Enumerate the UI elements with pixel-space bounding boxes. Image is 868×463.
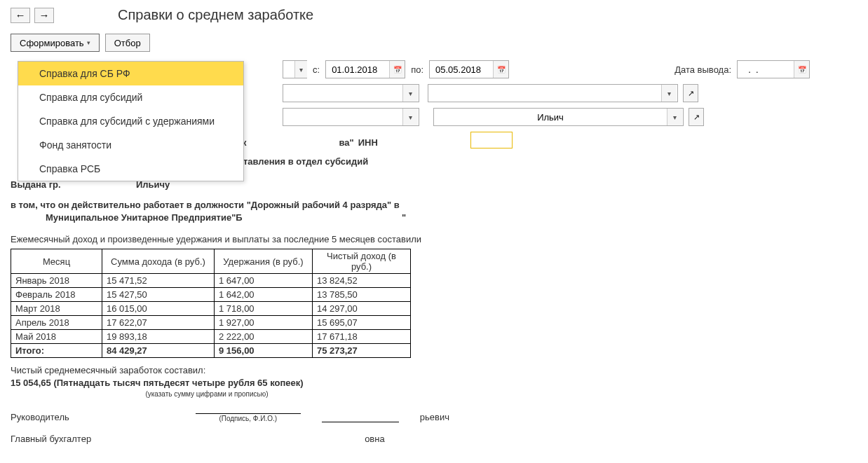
table-row: Май 201819 893,182 222,0017 671,18 <box>11 330 411 344</box>
calendar-icon[interactable]: 📅 <box>389 61 405 78</box>
chevron-down-icon[interactable]: ▾ <box>402 85 418 102</box>
menu-item-subsidy-deductions[interactable]: Справка для субсидий с удержаниями <box>18 109 243 133</box>
table-cell: 15 427,50 <box>102 288 215 302</box>
menu-item-sb-rf[interactable]: Справка для СБ РФ <box>18 62 243 85</box>
expand-icon[interactable]: ↗ <box>683 84 698 102</box>
nav-back-button[interactable]: ← <box>11 8 30 23</box>
avg-label: Чистый среднемесячный заработок составил… <box>11 365 857 375</box>
manager-label: Руководитель <box>11 412 69 422</box>
table-row: Февраль 201815 427,501 642,0013 785,50 <box>11 288 411 302</box>
total-deduct: 9 156,00 <box>215 344 313 358</box>
table-cell: 1 927,00 <box>215 316 313 330</box>
avg-value: 15 054,65 (Пятнадцать тысяч пятьдесят че… <box>11 378 857 388</box>
col-month: Месяц <box>11 249 102 274</box>
total-income: 84 429,27 <box>102 344 215 358</box>
col-net: Чистый доход (в руб.) <box>313 249 411 274</box>
accountant-label: Главный бухгалтер <box>11 434 91 444</box>
signature-line-1: (Подпись, Ф.И.О.) <box>196 413 301 422</box>
unknown-small-input[interactable] <box>283 61 294 78</box>
table-cell: Апрель 2018 <box>11 316 102 330</box>
highlighted-box[interactable] <box>470 132 513 148</box>
generate-dropdown-menu: Справка для СБ РФ Справка для субсидий С… <box>18 61 244 181</box>
table-cell: 17 622,07 <box>102 316 215 330</box>
income-table: Месяц Сумма дохода (в руб.) Удержания (в… <box>11 249 411 358</box>
calendar-icon[interactable]: 📅 <box>794 61 809 78</box>
table-total-row: Итого: 84 429,27 9 156,00 75 273,27 <box>11 344 411 358</box>
date-from-label: с: <box>313 64 320 75</box>
col-income: Сумма дохода (в руб.) <box>102 249 215 274</box>
report-preview: к ва" ИНН Справка о заработной плате для… <box>0 151 868 451</box>
chevron-down-icon[interactable]: ▾ <box>667 109 682 125</box>
table-cell: 15 471,52 <box>102 274 215 288</box>
works-as-line-2: Муниципальное Унитарное Предприятие"Б <box>46 212 243 223</box>
col-deduct: Удержания (в руб.) <box>215 249 313 274</box>
avg-hint: (указать сумму цифрами и прописью) <box>67 390 347 398</box>
table-cell: 2 222,00 <box>215 330 313 344</box>
date-from-input[interactable] <box>326 61 389 78</box>
table-row: Март 201816 015,001 718,0014 297,00 <box>11 302 411 316</box>
table-cell: 14 297,00 <box>313 302 411 316</box>
menu-item-employment-fund[interactable]: Фонд занятости <box>18 133 243 157</box>
table-cell: Май 2018 <box>11 330 102 344</box>
dept-input[interactable] <box>283 109 402 125</box>
date-to-label: по: <box>411 64 423 75</box>
table-cell: 16 015,00 <box>102 302 215 316</box>
chevron-down-icon[interactable]: ▾ <box>294 61 307 78</box>
table-row: Январь 201815 471,521 647,0013 824,52 <box>11 274 411 288</box>
generate-button[interactable]: Сформировать ▾ <box>11 34 100 52</box>
table-cell: Январь 2018 <box>11 274 102 288</box>
org-frag-2: ва" <box>339 137 354 148</box>
table-cell: Март 2018 <box>11 302 102 316</box>
calendar-icon[interactable]: 📅 <box>493 61 508 78</box>
works-as-line-2b: " <box>402 212 406 223</box>
person-input[interactable] <box>434 109 667 125</box>
total-label: Итого: <box>11 344 102 358</box>
chevron-down-icon: ▾ <box>87 39 90 46</box>
generate-label: Сформировать <box>20 38 84 48</box>
menu-item-rsb[interactable]: Справка РСБ <box>18 157 243 181</box>
nav-forward-button[interactable]: → <box>34 8 54 23</box>
org-input-1[interactable] <box>283 85 402 102</box>
output-date-input[interactable] <box>738 61 794 78</box>
table-cell: 13 824,52 <box>313 274 411 288</box>
table-header-row: Месяц Сумма дохода (в руб.) Удержания (в… <box>11 249 411 274</box>
menu-item-subsidy[interactable]: Справка для субсидий <box>18 85 243 109</box>
table-cell: 1 718,00 <box>215 302 313 316</box>
chevron-down-icon[interactable]: ▾ <box>661 85 677 102</box>
table-cell: 19 893,18 <box>102 330 215 344</box>
works-as-line-1: в том, что он действительно работает в д… <box>11 200 857 210</box>
expand-icon[interactable]: ↗ <box>689 108 704 126</box>
table-cell: 17 671,18 <box>313 330 411 344</box>
inn-label: ИНН <box>358 137 378 148</box>
page-title: Справки о среднем заработке <box>118 7 313 23</box>
table-cell: 1 647,00 <box>215 274 313 288</box>
chevron-down-icon[interactable]: ▾ <box>402 109 418 125</box>
monthly-intro: Ежемесячный доход и произведенные удержа… <box>11 234 857 244</box>
table-cell: Февраль 2018 <box>11 288 102 302</box>
output-date-label: Дата вывода: <box>674 64 731 75</box>
table-cell: 15 695,07 <box>313 316 411 330</box>
date-to-input[interactable] <box>430 61 493 78</box>
table-cell: 13 785,50 <box>313 288 411 302</box>
accountant-name-end: овна <box>365 434 385 444</box>
table-cell: 1 642,00 <box>215 288 313 302</box>
signature-line-2 <box>322 422 399 422</box>
org-input-2[interactable] <box>428 85 661 102</box>
manager-name-end: рьевич <box>420 412 449 422</box>
total-net: 75 273,27 <box>313 344 411 358</box>
table-row: Апрель 201817 622,071 927,0015 695,07 <box>11 316 411 330</box>
filter-button[interactable]: Отбор <box>105 34 150 52</box>
